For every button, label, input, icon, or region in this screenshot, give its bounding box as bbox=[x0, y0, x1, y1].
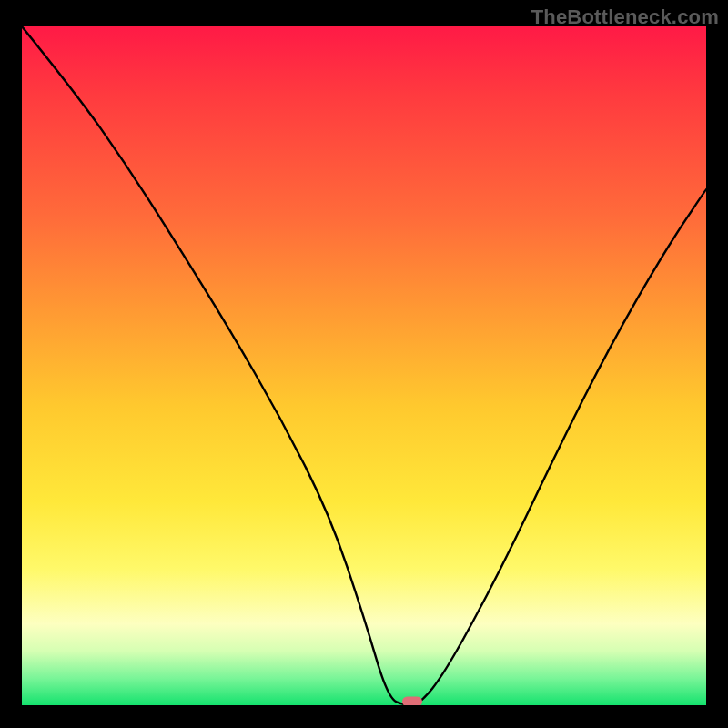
chart-frame: TheBottleneck.com bbox=[0, 0, 728, 728]
optimal-marker bbox=[402, 697, 422, 705]
watermark-text: TheBottleneck.com bbox=[531, 5, 719, 29]
bottleneck-curve-path bbox=[22, 26, 706, 705]
plot-area bbox=[22, 26, 706, 705]
curve-svg bbox=[22, 26, 706, 705]
